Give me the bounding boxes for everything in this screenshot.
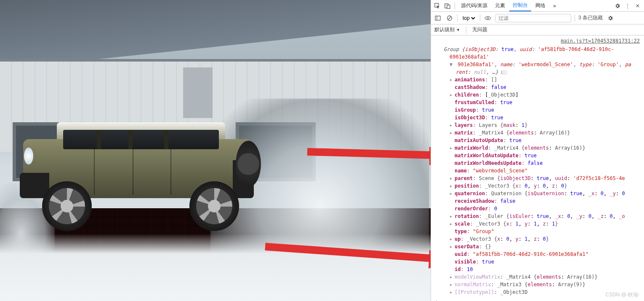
property-row[interactable]: receiveShadow: false xyxy=(455,197,644,205)
car-model[interactable] xyxy=(23,122,250,232)
svg-line-0 xyxy=(307,152,431,155)
property-row[interactable]: id: 10 xyxy=(455,266,644,273)
no-issues-label: 无问题 xyxy=(472,26,487,33)
settings-icon[interactable] xyxy=(613,1,622,11)
annotation-arrow-name xyxy=(303,135,431,170)
property-row[interactable]: matrixWorldNeedsUpdate: false xyxy=(455,159,644,167)
property-row[interactable]: matrixAutoUpdate: true xyxy=(455,137,644,144)
tab-sources[interactable]: 源代码/来源 xyxy=(458,0,491,11)
tab-console[interactable]: 控制台 xyxy=(509,0,531,11)
live-expression-icon[interactable] xyxy=(484,14,492,22)
console-filterbar: 默认级别 ▼ 无问题 xyxy=(431,24,644,35)
console-settings-icon[interactable] xyxy=(606,14,615,22)
watermark: CSDN @-耿瑞- xyxy=(605,291,640,298)
svg-point-11 xyxy=(487,17,489,19)
property-row[interactable]: ▸up: _Vector3 {x: 0, y: 1, z: 0} xyxy=(455,235,644,243)
property-row[interactable]: renderOrder: 0 xyxy=(455,205,644,212)
expand-toggle-icon[interactable]: ▼ xyxy=(450,61,455,68)
property-row[interactable]: ▸rotation: _Euler {isEuler: true, _x: 0,… xyxy=(455,212,644,220)
close-devtools-icon[interactable]: ✕ xyxy=(633,1,642,11)
property-row[interactable]: ▸quaternion: Quaternion {isQuaternion: t… xyxy=(455,190,644,197)
property-row[interactable]: type: "Group" xyxy=(455,228,644,235)
object-summary[interactable]: Group {isObject3D: true, uuid: 'af581fbb… xyxy=(431,46,644,76)
property-row[interactable]: frustumCulled: true xyxy=(455,99,644,106)
property-row[interactable]: ▸position: _Vector3 {x: 0, y: 0, z: 0} xyxy=(455,182,644,190)
property-row[interactable]: ▸layers: Layers {mask: 1} xyxy=(455,121,644,129)
device-toggle-icon[interactable] xyxy=(443,1,452,11)
property-row[interactable]: castShadow: false xyxy=(455,83,644,91)
devtools-panel: 源代码/来源 元素 控制台 网络 » ⋮ ✕ top 3 条已隐藏 默认级别 ▼ xyxy=(431,0,644,301)
property-row[interactable]: ▸modelViewMatrix: _Matrix4 {elements: Ar… xyxy=(455,273,644,281)
property-row[interactable]: matrixWorldAutoUpdate: true xyxy=(455,152,644,159)
more-menu-icon[interactable]: ⋮ xyxy=(623,1,632,11)
property-row[interactable]: isObject3D: true xyxy=(455,114,644,121)
property-row[interactable]: ▸normalMatrix: _Matrix3 {elements: Array… xyxy=(455,281,644,288)
devtools-tabbar: 源代码/来源 元素 控制台 网络 » ⋮ ✕ xyxy=(431,0,644,12)
property-row[interactable]: ▸animations: [] xyxy=(455,76,644,83)
filter-input[interactable] xyxy=(495,14,571,22)
inspect-icon[interactable] xyxy=(433,1,442,11)
tab-more[interactable]: » xyxy=(550,1,559,11)
annotation-arrow-id xyxy=(261,234,431,277)
property-row[interactable]: name: "webvrmodel_Scene" xyxy=(455,167,644,175)
property-row[interactable]: isGroup: true xyxy=(455,106,644,114)
svg-rect-7 xyxy=(435,16,440,20)
svg-line-2 xyxy=(265,247,431,258)
clear-console-icon[interactable] xyxy=(445,14,454,22)
hidden-count: 3 条已隐藏 xyxy=(578,14,603,22)
property-row[interactable]: ▸children: [_Object3D] xyxy=(455,91,644,99)
3d-viewport[interactable] xyxy=(0,0,431,301)
console-toolbar: top 3 条已隐藏 xyxy=(431,12,644,24)
svg-line-10 xyxy=(448,16,451,20)
sidebar-toggle-icon[interactable] xyxy=(434,14,442,22)
property-row[interactable]: ▸scale: _Vector3 {x: 1, y: 1, z: 1} xyxy=(455,220,644,228)
svg-marker-1 xyxy=(429,147,431,165)
property-row[interactable]: ▸matrix: _Matrix4 {elements: Array(16)} xyxy=(455,129,644,137)
svg-rect-6 xyxy=(447,5,450,8)
property-list: ▸animations: []castShadow: false▸childre… xyxy=(431,76,644,296)
property-row[interactable]: ▸parent: Scene {isObject3D: true, uuid: … xyxy=(455,175,644,182)
tab-network[interactable]: 网络 xyxy=(532,0,549,11)
property-row[interactable]: visible: true xyxy=(455,258,644,266)
property-row[interactable]: ▸userData: {} xyxy=(455,243,644,250)
property-row[interactable]: uuid: "af581fbb-706d-46d2-910c-6901e368a… xyxy=(455,250,644,258)
source-link[interactable]: main.js?t=1704532881731:22 xyxy=(561,38,640,44)
info-icon[interactable]: i xyxy=(502,70,507,75)
context-selector[interactable]: top xyxy=(461,15,476,22)
log-level-selector[interactable]: 默认级别 ▼ xyxy=(434,26,460,33)
property-row[interactable]: ▸matrixWorld: _Matrix4 {elements: Array(… xyxy=(455,144,644,152)
tab-elements[interactable]: 元素 xyxy=(492,0,508,11)
console-output[interactable]: main.js?t=1704532881731:22 Group {isObje… xyxy=(431,35,644,301)
